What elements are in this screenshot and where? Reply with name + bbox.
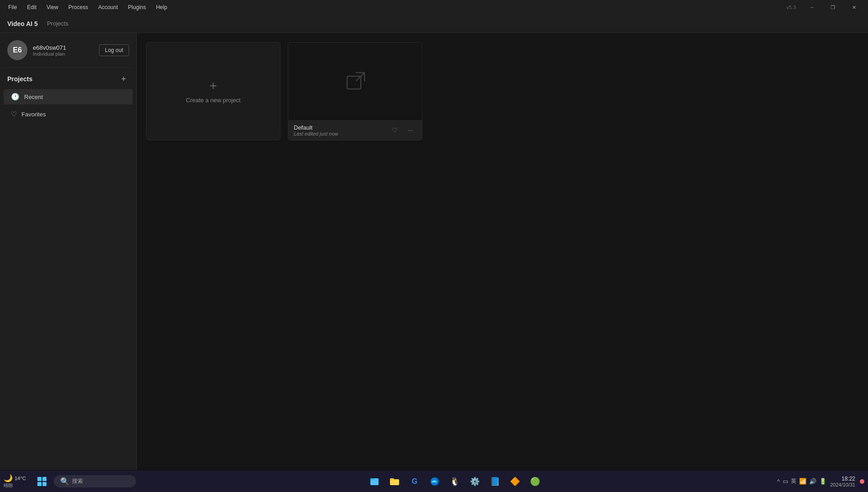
logout-button[interactable]: Log out xyxy=(99,44,129,56)
menu-process[interactable]: Process xyxy=(64,2,93,12)
sidebar-item-favorites-label: Favorites xyxy=(21,111,46,118)
menu-edit[interactable]: Edit xyxy=(22,2,41,12)
taskbar: 🌙 14°C 晴朗 🔍 搜索 G 🐧 ⚙️ 📘 🔶 🟢 xyxy=(0,470,868,492)
weather-temp: 14°C xyxy=(15,476,26,481)
notification-dot[interactable] xyxy=(860,479,864,484)
new-project-card[interactable]: + Create a new project xyxy=(146,42,281,140)
tray-display-icon[interactable]: ▭ xyxy=(783,478,788,485)
svg-rect-3 xyxy=(370,478,374,480)
weather-info: 🌙 14°C xyxy=(4,474,26,482)
clock-date: 2024/10/31 xyxy=(830,482,855,487)
sidebar-item-recent[interactable]: 🕐 Recent xyxy=(4,89,133,105)
default-project-card[interactable]: Default Last edited just now ♡ ··· xyxy=(288,42,422,141)
weather-icon: 🌙 xyxy=(4,474,13,482)
projects-section-title: Projects xyxy=(7,75,32,83)
project-name: Default xyxy=(294,124,338,131)
minimize-button[interactable]: − xyxy=(801,0,822,15)
project-preview xyxy=(288,42,422,120)
tray-wifi-icon[interactable]: 📶 xyxy=(799,478,806,485)
taskbar-app-9[interactable]: 🟢 xyxy=(526,472,544,491)
sidebar: E6 e68v0sw071 Individual plan Log out Pr… xyxy=(0,33,137,470)
tray-chevron-icon[interactable]: ^ xyxy=(777,478,780,485)
taskbar-apps: G 🐧 ⚙️ 📘 🔶 🟢 xyxy=(138,472,772,491)
project-details: Default Last edited just now xyxy=(294,124,338,136)
favorite-project-button[interactable]: ♡ xyxy=(388,124,401,136)
taskbar-app-files[interactable] xyxy=(365,472,384,491)
start-button[interactable] xyxy=(32,472,52,491)
new-project-plus-icon: + xyxy=(209,79,217,93)
project-info: Default Last edited just now ♡ ··· xyxy=(288,120,422,140)
user-info: e68v0sw071 Individual plan xyxy=(33,44,94,57)
weather-description: 晴朗 xyxy=(4,482,13,489)
window-controls: − ❐ ✕ xyxy=(801,0,864,15)
taskbar-clock[interactable]: 18:22 2024/10/31 xyxy=(830,476,855,487)
sidebar-item-recent-label: Recent xyxy=(24,94,43,100)
restore-button[interactable]: ❐ xyxy=(822,0,843,15)
menu-help[interactable]: Help xyxy=(151,2,172,12)
app-header: Video AI 5 Projects xyxy=(0,15,868,33)
avatar: E6 xyxy=(7,40,27,60)
tray-battery-icon[interactable]: 🔋 xyxy=(819,478,826,485)
project-actions: ♡ ··· xyxy=(388,124,416,136)
open-project-icon xyxy=(344,70,367,93)
menu-bar: File Edit View Process Account Plugins H… xyxy=(4,2,172,12)
titlebar: File Edit View Process Account Plugins H… xyxy=(0,0,868,15)
menu-view[interactable]: View xyxy=(42,2,63,12)
projects-header: Projects + xyxy=(0,68,136,88)
windows-logo-icon xyxy=(37,477,47,486)
menu-file[interactable]: File xyxy=(4,2,21,12)
taskbar-tray: ^ ▭ 英 📶 🔊 🔋 18:22 2024/10/31 xyxy=(777,476,864,487)
taskbar-app-folder[interactable] xyxy=(385,472,404,491)
search-placeholder: 搜索 xyxy=(72,477,83,485)
user-section: E6 e68v0sw071 Individual plan Log out xyxy=(0,33,136,68)
app-title: Video AI 5 xyxy=(7,20,38,27)
taskbar-weather[interactable]: 🌙 14°C 晴朗 xyxy=(4,474,26,489)
add-project-button[interactable]: + xyxy=(118,73,129,84)
main-layout: E6 e68v0sw071 Individual plan Log out Pr… xyxy=(0,33,868,470)
taskbar-app-settings[interactable]: ⚙️ xyxy=(466,472,484,491)
taskbar-app-qq[interactable]: 🐧 xyxy=(446,472,464,491)
tray-language-indicator[interactable]: 英 xyxy=(791,477,796,485)
user-name: e68v0sw071 xyxy=(33,44,94,51)
taskbar-app-8[interactable]: 🔶 xyxy=(506,472,524,491)
tray-volume-icon[interactable]: 🔊 xyxy=(809,478,816,485)
taskbar-app-edge[interactable] xyxy=(426,472,444,491)
new-project-label: Create a new project xyxy=(186,97,241,104)
taskbar-app-7[interactable]: 📘 xyxy=(486,472,504,491)
close-button[interactable]: ✕ xyxy=(843,0,864,15)
clock-time: 18:22 xyxy=(842,476,855,482)
taskbar-app-google[interactable]: G xyxy=(405,472,424,491)
taskbar-search[interactable]: 🔍 搜索 xyxy=(54,475,136,487)
menu-account[interactable]: Account xyxy=(94,2,122,12)
search-icon: 🔍 xyxy=(60,477,69,486)
user-plan: Individual plan xyxy=(33,51,94,57)
svg-rect-5 xyxy=(390,478,394,481)
project-last-edited: Last edited just now xyxy=(294,131,338,136)
app-subtitle: Projects xyxy=(47,20,68,27)
more-options-button[interactable]: ··· xyxy=(404,124,416,136)
menu-plugins[interactable]: Plugins xyxy=(124,2,151,12)
sidebar-item-favorites[interactable]: ♡ Favorites xyxy=(4,106,133,122)
content-area: + Create a new project Default Last edit… xyxy=(137,33,868,470)
app-version: v5.3 xyxy=(786,5,796,10)
favorites-icon: ♡ xyxy=(11,110,17,118)
tray-icons: ^ ▭ 英 📶 🔊 🔋 xyxy=(777,477,826,485)
recent-icon: 🕐 xyxy=(11,93,20,101)
